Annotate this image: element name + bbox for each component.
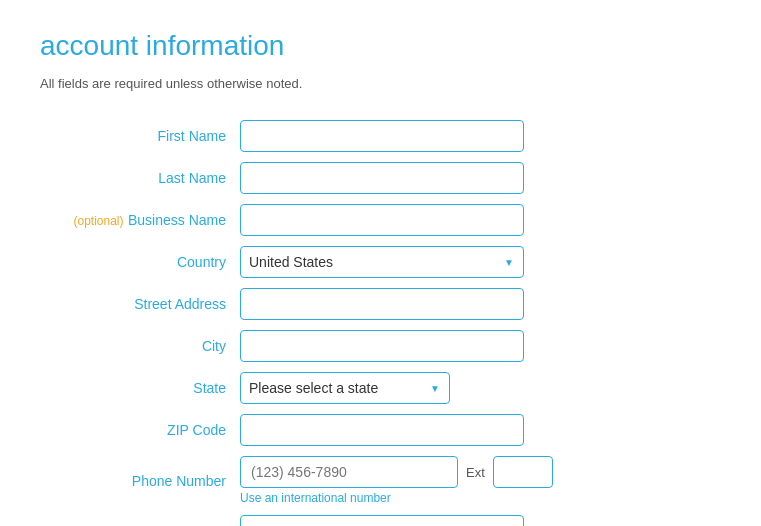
account-form: First Name Last Name (optional) Business… — [40, 115, 700, 526]
subtitle: All fields are required unless otherwise… — [40, 76, 721, 91]
city-row: City — [40, 325, 700, 367]
zip-label: ZIP Code — [40, 409, 240, 451]
country-label: Country — [40, 241, 240, 283]
first-name-label: First Name — [40, 115, 240, 157]
phone-row-inner: Ext — [240, 456, 700, 488]
business-name-input[interactable] — [240, 204, 524, 236]
last-name-input[interactable] — [240, 162, 524, 194]
street-address-row: Street Address — [40, 283, 700, 325]
zip-row: ZIP Code — [40, 409, 700, 451]
city-label: City — [40, 325, 240, 367]
phone-row: Phone Number Ext Use an international nu… — [40, 451, 700, 510]
state-row: State Please select a state Alabama Alas… — [40, 367, 700, 409]
email-row: *Email Address *Your receipt will be sen… — [40, 510, 700, 526]
first-name-row: First Name — [40, 115, 700, 157]
ext-label: Ext — [466, 465, 485, 480]
email-input[interactable] — [240, 515, 524, 526]
street-address-label: Street Address — [40, 283, 240, 325]
business-name-row: (optional) Business Name — [40, 199, 700, 241]
last-name-row: Last Name — [40, 157, 700, 199]
country-row: Country United States Canada United King… — [40, 241, 700, 283]
zip-input[interactable] — [240, 414, 524, 446]
first-name-input[interactable] — [240, 120, 524, 152]
state-label: State — [40, 367, 240, 409]
country-select[interactable]: United States Canada United Kingdom Aust… — [240, 246, 524, 278]
city-input[interactable] — [240, 330, 524, 362]
state-select-wrapper: Please select a state Alabama Alaska Ari… — [240, 372, 450, 404]
email-label: *Email Address — [40, 510, 240, 526]
last-name-label: Last Name — [40, 157, 240, 199]
business-name-label: (optional) Business Name — [40, 199, 240, 241]
page-title: account information — [40, 30, 721, 62]
phone-input[interactable] — [240, 456, 458, 488]
state-select[interactable]: Please select a state Alabama Alaska Ari… — [240, 372, 450, 404]
country-select-wrapper: United States Canada United Kingdom Aust… — [240, 246, 524, 278]
international-number-link[interactable]: Use an international number — [240, 491, 700, 505]
street-address-input[interactable] — [240, 288, 524, 320]
ext-input[interactable] — [493, 456, 553, 488]
phone-label: Phone Number — [40, 451, 240, 510]
